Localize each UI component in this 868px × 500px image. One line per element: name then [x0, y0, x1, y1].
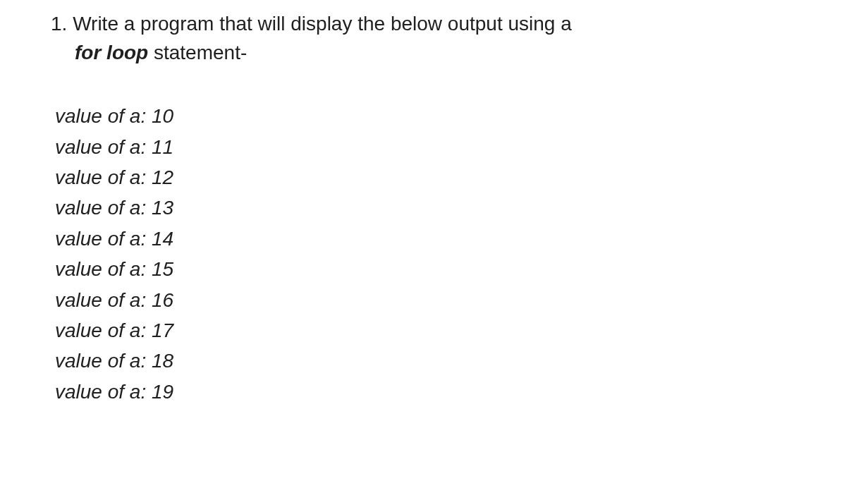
output-prefix: value of a:	[55, 289, 152, 311]
output-prefix: value of a:	[55, 197, 152, 219]
question-text-part2: statement-	[148, 42, 247, 63]
output-line: value of a: 10	[55, 101, 854, 131]
output-line: value of a: 17	[55, 315, 854, 346]
output-value: 16	[152, 289, 173, 311]
question-text-part1: Write a program that will display the be…	[73, 13, 572, 35]
output-value: 15	[152, 258, 173, 280]
output-value: 17	[152, 319, 173, 341]
output-line: value of a: 16	[55, 285, 854, 315]
output-value: 19	[152, 381, 173, 403]
output-value: 12	[152, 166, 173, 188]
output-prefix: value of a:	[55, 166, 152, 188]
output-prefix: value of a:	[55, 228, 152, 250]
question-block: 1. Write a program that will display the…	[55, 10, 854, 67]
output-prefix: value of a:	[55, 136, 152, 158]
output-value: 10	[152, 105, 173, 127]
expected-output-block: value of a: 10 value of a: 11 value of a…	[55, 101, 854, 407]
question-number: 1.	[51, 10, 67, 39]
keyword-for-loop: for loop	[75, 42, 148, 63]
output-prefix: value of a:	[55, 350, 152, 372]
output-prefix: value of a:	[55, 258, 152, 280]
question-line2: for loop statement-	[55, 39, 854, 68]
output-line: value of a: 13	[55, 193, 854, 223]
output-line: value of a: 12	[55, 162, 854, 193]
output-value: 14	[152, 228, 173, 250]
output-line: value of a: 11	[55, 132, 854, 162]
output-prefix: value of a:	[55, 381, 152, 403]
output-value: 13	[152, 197, 173, 219]
output-value: 18	[152, 350, 173, 372]
output-line: value of a: 15	[55, 254, 854, 284]
output-value: 11	[152, 136, 173, 158]
output-prefix: value of a:	[55, 319, 152, 341]
output-prefix: value of a:	[55, 105, 152, 127]
output-line: value of a: 19	[55, 377, 854, 407]
document-page: 1. Write a program that will display the…	[0, 0, 868, 421]
output-line: value of a: 18	[55, 346, 854, 376]
output-line: value of a: 14	[55, 224, 854, 254]
